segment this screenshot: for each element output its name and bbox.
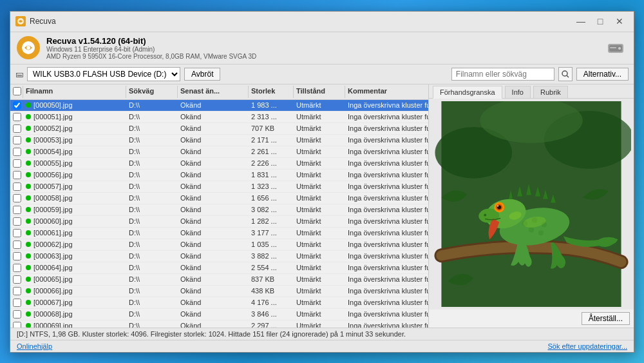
row-size-1: 2 313 ... <box>249 112 294 123</box>
tab-rubrik[interactable]: Rubrik <box>533 86 568 98</box>
table-row[interactable]: [000065].jpgD:\\Okänd837 KBUtmärktInga ö… <box>10 274 428 286</box>
row-status-19: Utmärkt <box>294 320 345 328</box>
table-row[interactable]: [000050].jpgD:\\Okänd1 983 ...UtmärktIng… <box>10 100 428 112</box>
row-path-17: D:\\ <box>126 297 178 308</box>
table-row[interactable]: [000052].jpgD:\\Okänd707 KBUtmärktInga ö… <box>10 123 428 135</box>
row-checkbox-5[interactable] <box>10 158 23 169</box>
table-row[interactable]: [000069].jpgD:\\Okänd2 297 ...UtmärktIng… <box>10 320 428 328</box>
table-row[interactable]: [000059].jpgD:\\Okänd3 082 ...UtmärktIng… <box>10 204 428 216</box>
table-row[interactable]: [000055].jpgD:\\Okänd2 226 ...UtmärktIng… <box>10 158 428 170</box>
row-path-10: D:\\ <box>126 216 178 227</box>
row-comment-3: Inga överskrivna kluster funna. <box>345 135 428 146</box>
drive-select[interactable]: WILK USB3.0 FLASH USB Device (D:) <box>27 67 180 81</box>
restore-button[interactable]: Återställ... <box>582 312 630 325</box>
minimize-button[interactable]: — <box>572 14 590 28</box>
table-row[interactable]: [000056].jpgD:\\Okänd1 831 ...UtmärktIng… <box>10 170 428 181</box>
col-header-senast[interactable]: Senast än... <box>178 86 249 98</box>
table-row[interactable]: [000057].jpgD:\\Okänd1 323 ...UtmärktIng… <box>10 181 428 193</box>
svg-point-2 <box>26 46 30 50</box>
row-size-12: 1 035 ... <box>249 239 294 250</box>
toolbar: 🖴 WILK USB3.0 FLASH USB Device (D:) Avbr… <box>10 64 634 84</box>
row-checkbox-1[interactable] <box>10 112 23 123</box>
row-checkbox-15[interactable] <box>10 274 23 285</box>
row-date-17: Okänd <box>178 297 249 308</box>
table-row[interactable]: [000064].jpgD:\\Okänd2 554 ...UtmärktIng… <box>10 262 428 274</box>
status-dot-5 <box>26 161 31 166</box>
preview-image-area <box>429 99 634 309</box>
row-comment-19: Inga överskrivna kluster funna. <box>345 320 428 328</box>
search-input[interactable] <box>451 68 554 81</box>
row-checkbox-6[interactable] <box>10 170 23 181</box>
row-size-18: 3 846 ... <box>249 309 294 320</box>
file-list-header: Filnamn Sökväg Senast än... Storlek Till… <box>10 84 428 100</box>
table-row[interactable]: [000060].jpgD:\\Okänd1 282 ...UtmärktIng… <box>10 216 428 228</box>
row-filename-4: [000054].jpg <box>23 146 126 157</box>
header-bar: Recuva v1.54.120 (64-bit) Windows 11 Ent… <box>10 32 634 64</box>
table-row[interactable]: [000053].jpgD:\\Okänd2 171 ...UtmärktIng… <box>10 135 428 146</box>
col-header-checkbox[interactable] <box>10 86 23 98</box>
svg-point-23 <box>529 227 534 232</box>
row-comment-8: Inga överskrivna kluster funna. <box>345 193 428 204</box>
tab-info[interactable]: Info <box>505 86 531 98</box>
table-row[interactable]: [000066].jpgD:\\Okänd438 KBUtmärktInga ö… <box>10 286 428 297</box>
row-filename-13: [000063].jpg <box>23 251 126 262</box>
row-date-13: Okänd <box>178 251 249 262</box>
maximize-button[interactable]: □ <box>591 14 609 28</box>
row-status-15: Utmärkt <box>294 274 345 285</box>
row-filename-6: [000056].jpg <box>23 170 126 181</box>
row-date-0: Okänd <box>178 100 249 111</box>
select-all-checkbox[interactable] <box>13 87 21 95</box>
row-checkbox-2[interactable] <box>10 123 23 134</box>
search-icon-button[interactable] <box>558 67 573 81</box>
table-row[interactable]: [000062].jpgD:\\Okänd1 035 ...UtmärktIng… <box>10 239 428 251</box>
row-checkbox-4[interactable] <box>10 146 23 157</box>
row-checkbox-18[interactable] <box>10 309 23 320</box>
row-size-16: 438 KB <box>249 286 294 297</box>
alternatives-button[interactable]: Alternativ... <box>576 68 629 81</box>
table-row[interactable]: [000051].jpgD:\\Okänd2 313 ...UtmärktIng… <box>10 112 428 123</box>
row-checkbox-3[interactable] <box>10 135 23 146</box>
row-checkbox-16[interactable] <box>10 286 23 297</box>
row-comment-16: Inga överskrivna kluster funna. <box>345 286 428 297</box>
row-checkbox-11[interactable] <box>10 228 23 239</box>
table-row[interactable]: [000067].jpgD:\\Okänd4 176 ...UtmärktIng… <box>10 297 428 309</box>
table-row[interactable]: [000061].jpgD:\\Okänd3 177 ...UtmärktIng… <box>10 228 428 239</box>
row-path-18: D:\\ <box>126 309 178 320</box>
row-checkbox-7[interactable] <box>10 181 23 192</box>
col-header-storlek[interactable]: Storlek <box>249 86 294 98</box>
col-header-kommentar[interactable]: Kommentar <box>345 86 428 98</box>
col-header-filnamn[interactable]: Filnamn <box>23 86 126 98</box>
table-row[interactable]: [000054].jpgD:\\Okänd2 261 ...UtmärktIng… <box>10 146 428 158</box>
status-dot-16 <box>26 288 31 293</box>
file-list-body[interactable]: [000050].jpgD:\\Okänd1 983 ...UtmärktIng… <box>10 100 428 328</box>
online-help-link[interactable]: Onlinehjälp <box>17 342 52 350</box>
col-header-tillstand[interactable]: Tillstånd <box>294 86 345 98</box>
table-row[interactable]: [000063].jpgD:\\Okänd3 882 ...UtmärktIng… <box>10 251 428 262</box>
col-header-sokväg[interactable]: Sökväg <box>126 86 178 98</box>
row-path-12: D:\\ <box>126 239 178 250</box>
row-size-17: 4 176 ... <box>249 297 294 308</box>
row-date-5: Okänd <box>178 158 249 169</box>
row-checkbox-19[interactable] <box>10 320 23 328</box>
row-checkbox-0[interactable] <box>10 100 23 111</box>
row-checkbox-8[interactable] <box>10 193 23 204</box>
svg-point-5 <box>618 47 621 50</box>
row-filename-9: [000059].jpg <box>23 204 126 215</box>
row-checkbox-9[interactable] <box>10 204 23 215</box>
table-row[interactable]: [000068].jpgD:\\Okänd3 846 ...UtmärktIng… <box>10 309 428 320</box>
row-checkbox-12[interactable] <box>10 239 23 250</box>
row-checkbox-17[interactable] <box>10 297 23 308</box>
row-path-9: D:\\ <box>126 204 178 215</box>
update-link[interactable]: Sök efter uppdateringar... <box>547 342 627 350</box>
row-checkbox-10[interactable] <box>10 216 23 227</box>
table-row[interactable]: [000058].jpgD:\\Okänd1 656 ...UtmärktIng… <box>10 193 428 204</box>
row-checkbox-14[interactable] <box>10 262 23 273</box>
cancel-button[interactable]: Avbröt <box>184 68 220 81</box>
row-size-8: 1 656 ... <box>249 193 294 204</box>
close-button[interactable]: ✕ <box>611 14 629 28</box>
row-size-5: 2 226 ... <box>249 158 294 169</box>
row-checkbox-13[interactable] <box>10 251 23 262</box>
tab-preview[interactable]: Förhandsgranska <box>433 86 502 99</box>
row-date-2: Okänd <box>178 123 249 134</box>
row-comment-15: Inga överskrivna kluster funna. <box>345 274 428 285</box>
